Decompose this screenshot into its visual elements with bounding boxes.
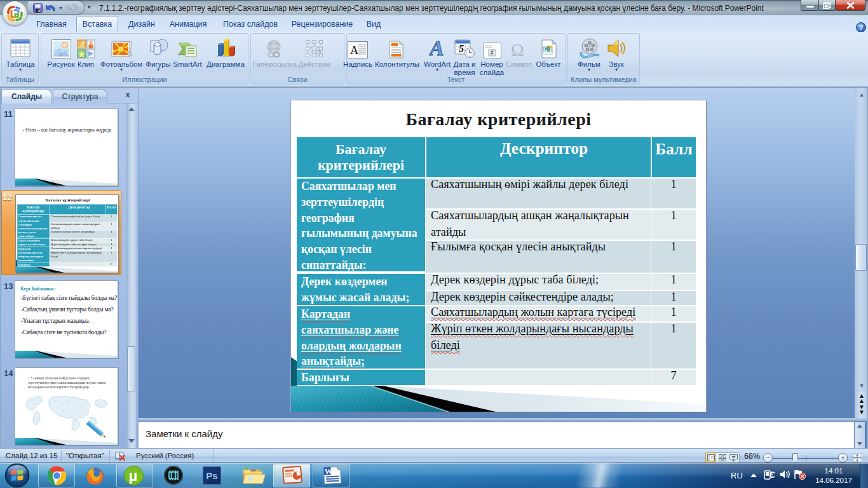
svg-text:µ: µ <box>129 467 138 484</box>
svg-text:W: W <box>324 466 332 476</box>
svg-text:Ω: Ω <box>511 41 524 58</box>
svg-text:A: A <box>429 38 444 58</box>
svg-text:#: # <box>490 50 494 57</box>
svg-text:A: A <box>350 44 358 57</box>
svg-text:5: 5 <box>459 43 464 54</box>
